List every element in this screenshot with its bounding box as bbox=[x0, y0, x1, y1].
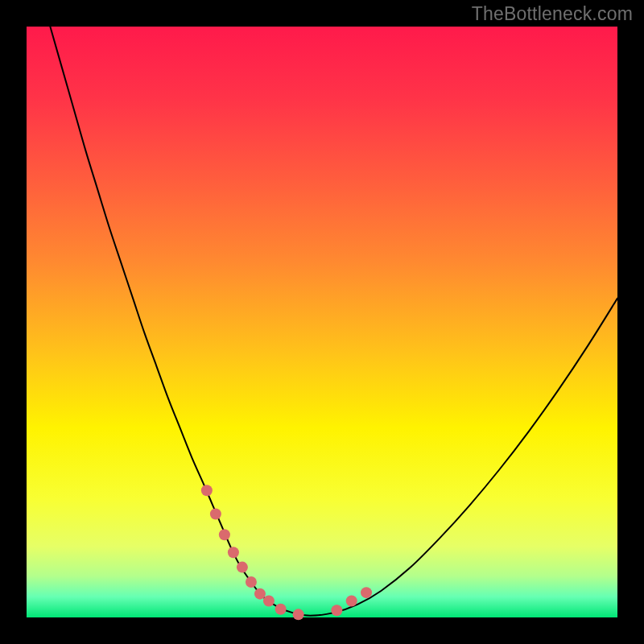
highlight-dot bbox=[219, 529, 230, 540]
highlight-dot bbox=[228, 547, 239, 558]
highlight-dot bbox=[361, 587, 372, 598]
highlight-dot bbox=[263, 595, 275, 606]
highlight-dot bbox=[275, 604, 287, 615]
highlight-dot bbox=[346, 595, 357, 606]
bottleneck-curve bbox=[50, 27, 617, 616]
highlight-dot bbox=[331, 605, 342, 616]
watermark-text: TheBottleneck.com bbox=[472, 3, 633, 25]
highlight-dot bbox=[293, 609, 304, 620]
outer-frame: TheBottleneck.com bbox=[0, 0, 644, 644]
highlight-dot bbox=[254, 588, 266, 600]
highlight-dot bbox=[237, 562, 248, 573]
highlight-dot bbox=[246, 576, 257, 588]
highlight-dot bbox=[210, 509, 221, 520]
highlight-dot bbox=[201, 485, 213, 496]
chart-svg bbox=[27, 27, 617, 617]
